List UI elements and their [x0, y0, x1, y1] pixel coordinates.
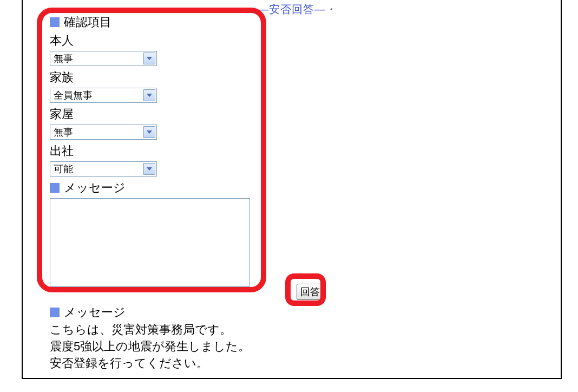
attendance-select[interactable]: 可能: [50, 161, 157, 177]
message-textarea[interactable]: [50, 198, 250, 287]
bullet-square-icon: [50, 17, 60, 27]
self-select[interactable]: 無事: [50, 51, 157, 66]
submit-button[interactable]: 回答: [297, 284, 324, 300]
page-title: ・―安否回答―・: [246, 2, 337, 17]
chevron-down-icon: [143, 163, 155, 175]
chevron-down-icon: [143, 53, 155, 64]
family-select-value: 全員無事: [54, 89, 93, 102]
chevron-down-icon: [143, 126, 155, 138]
confirm-items-label: 確認項目: [64, 14, 111, 30]
attendance-select-value: 可能: [54, 162, 73, 175]
family-select[interactable]: 全員無事: [50, 88, 157, 103]
info-line-1: こちらは、災害対策事務局です。: [50, 322, 320, 338]
info-line-2: 震度5強以上の地震が発生しました。: [50, 338, 320, 355]
bullet-square-icon: [50, 308, 60, 317]
house-select-value: 無事: [54, 126, 73, 139]
bullet-square-icon: [50, 183, 60, 193]
self-select-value: 無事: [54, 52, 73, 65]
chevron-down-icon: [143, 89, 155, 101]
house-select[interactable]: 無事: [50, 125, 157, 140]
house-label: 家屋: [50, 106, 255, 122]
info-line-3: 安否登録を行ってください。: [50, 355, 320, 372]
family-label: 家族: [50, 69, 255, 86]
info-message-block: メッセージ こちらは、災害対策事務局です。 震度5強以上の地震が発生しました。 …: [50, 304, 320, 371]
main-content-panel: ・―安否回答―・ 確認項目 本人 無事 家族 全員無事 家屋 無事 出社: [22, 0, 562, 379]
message-input-label: メッセージ: [64, 180, 126, 196]
info-header-label: メッセージ: [64, 304, 126, 321]
confirm-items-header: 確認項目: [50, 14, 255, 30]
safety-form: 確認項目 本人 無事 家族 全員無事 家屋 無事 出社 可能: [50, 14, 255, 290]
attendance-label: 出社: [50, 143, 255, 159]
message-input-header: メッセージ: [50, 180, 255, 196]
self-label: 本人: [50, 32, 255, 49]
info-header: メッセージ: [50, 304, 320, 321]
